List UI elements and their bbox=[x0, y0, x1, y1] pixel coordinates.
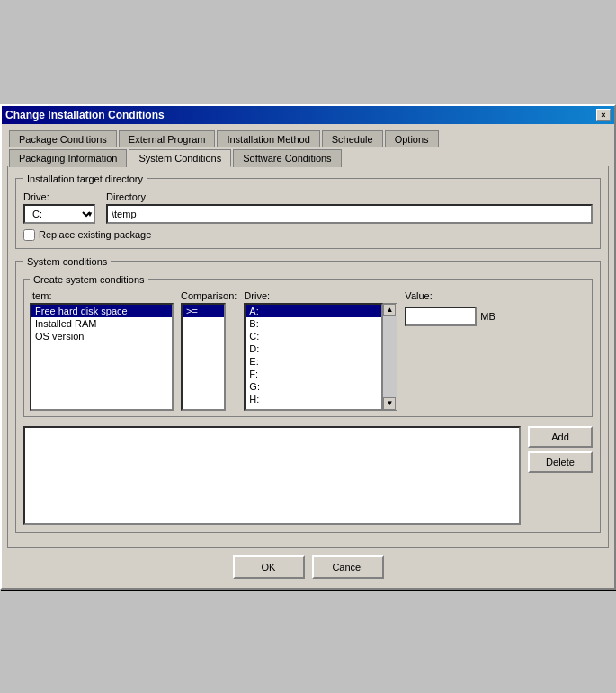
scroll-up-arrow[interactable]: ▲ bbox=[383, 304, 396, 316]
drive-item-2[interactable]: C: bbox=[246, 330, 381, 342]
value-suffix: MB bbox=[480, 311, 495, 322]
tab-content: Installation target directory Drive: C: … bbox=[7, 166, 609, 548]
ok-button[interactable]: OK bbox=[233, 555, 305, 579]
add-delete-col: Add Delete bbox=[528, 422, 593, 525]
results-row: Add Delete bbox=[23, 422, 593, 525]
comparison-listbox[interactable]: >= bbox=[181, 303, 226, 411]
install-target-legend: Installation target directory bbox=[23, 173, 147, 184]
bottom-buttons: OK Cancel bbox=[7, 548, 609, 582]
list-item-2[interactable]: OS version bbox=[31, 330, 172, 342]
install-target-group: Installation target directory Drive: C: … bbox=[15, 173, 601, 249]
drive-listbox[interactable]: A: B: C: D: E: F: G: H: bbox=[244, 303, 383, 411]
tab-options[interactable]: Options bbox=[385, 130, 439, 147]
value-input[interactable] bbox=[405, 307, 477, 326]
value-input-row: MB bbox=[405, 307, 495, 326]
drive-label: Drive: bbox=[23, 191, 95, 202]
tab-packaging-information[interactable]: Packaging Information bbox=[9, 149, 127, 167]
add-button[interactable]: Add bbox=[528, 426, 593, 448]
system-conditions-legend: System conditions bbox=[23, 256, 111, 267]
value-header: Value: bbox=[405, 290, 495, 301]
drive-item-1[interactable]: B: bbox=[246, 317, 381, 330]
tab-software-conditions[interactable]: Software Conditions bbox=[233, 149, 341, 167]
tab-schedule[interactable]: Schedule bbox=[322, 130, 383, 147]
replace-package-checkbox[interactable] bbox=[23, 229, 35, 241]
drive-scrollbar[interactable]: ▲ ▼ bbox=[383, 303, 397, 411]
drive-dir-row: Drive: C: Directory: bbox=[23, 191, 593, 224]
replace-package-row: Replace existing package bbox=[23, 229, 593, 241]
results-textbox[interactable] bbox=[23, 426, 521, 525]
window-body: Package Conditions External Program Inst… bbox=[2, 124, 614, 588]
drive-col-header: Drive: bbox=[244, 290, 397, 301]
directory-field-group: Directory: bbox=[106, 191, 593, 224]
system-conditions-group: System conditions Create system conditio… bbox=[15, 256, 601, 533]
drive-select-wrapper: C: bbox=[23, 204, 95, 224]
tabs-row-1: Package Conditions External Program Inst… bbox=[7, 129, 609, 147]
item-listbox[interactable]: Free hard disk space Installed RAM OS ve… bbox=[30, 303, 174, 411]
directory-input[interactable] bbox=[106, 204, 593, 224]
drive-item-7[interactable]: H: bbox=[246, 393, 381, 405]
conditions-cols: Item: Free hard disk space Installed RAM… bbox=[30, 290, 586, 411]
tab-installation-method[interactable]: Installation Method bbox=[217, 130, 319, 147]
item-col: Item: Free hard disk space Installed RAM… bbox=[30, 290, 174, 411]
scroll-down-arrow[interactable]: ▼ bbox=[383, 397, 396, 410]
drive-item-5[interactable]: F: bbox=[246, 368, 381, 380]
create-conditions-legend: Create system conditions bbox=[30, 274, 148, 285]
replace-package-label: Replace existing package bbox=[39, 229, 151, 240]
cancel-button[interactable]: Cancel bbox=[312, 555, 384, 579]
create-conditions-group: Create system conditions Item: Free hard… bbox=[23, 274, 593, 417]
tab-package-conditions[interactable]: Package Conditions bbox=[9, 130, 117, 147]
drive-select[interactable]: C: bbox=[23, 204, 95, 224]
drive-listbox-wrapper: A: B: C: D: E: F: G: H: bbox=[244, 303, 397, 411]
title-bar: Change Installation Conditions × bbox=[2, 106, 614, 124]
window-title: Change Installation Conditions bbox=[5, 109, 165, 121]
results-box-wrapper bbox=[23, 422, 521, 525]
drive-col: Drive: A: B: C: D: E: F: G: bbox=[244, 290, 397, 411]
tab-system-conditions[interactable]: System Conditions bbox=[129, 149, 231, 167]
close-button[interactable]: × bbox=[596, 109, 611, 121]
drive-item-6[interactable]: G: bbox=[246, 380, 381, 393]
list-item-1[interactable]: Installed RAM bbox=[31, 317, 172, 330]
comparison-header: Comparison: bbox=[181, 290, 237, 301]
title-bar-buttons: × bbox=[596, 109, 611, 121]
value-col: Value: MB bbox=[405, 290, 495, 326]
list-item-0[interactable]: Free hard disk space bbox=[31, 305, 172, 317]
drive-item-3[interactable]: D: bbox=[246, 342, 381, 355]
comparison-col: Comparison: >= bbox=[181, 290, 237, 411]
item-header: Item: bbox=[30, 290, 174, 301]
drive-item-0[interactable]: A: bbox=[246, 305, 381, 317]
scroll-thumb-area bbox=[383, 316, 397, 397]
delete-button[interactable]: Delete bbox=[528, 451, 593, 473]
drive-item-4[interactable]: E: bbox=[246, 355, 381, 368]
drive-field-group: Drive: C: bbox=[23, 191, 95, 224]
tabs-row-2: Packaging Information System Conditions … bbox=[7, 148, 609, 166]
main-window: Change Installation Conditions × Package… bbox=[0, 104, 616, 590]
comparison-item[interactable]: >= bbox=[183, 305, 224, 317]
directory-label: Directory: bbox=[106, 191, 593, 202]
tab-external-program[interactable]: External Program bbox=[119, 130, 216, 147]
